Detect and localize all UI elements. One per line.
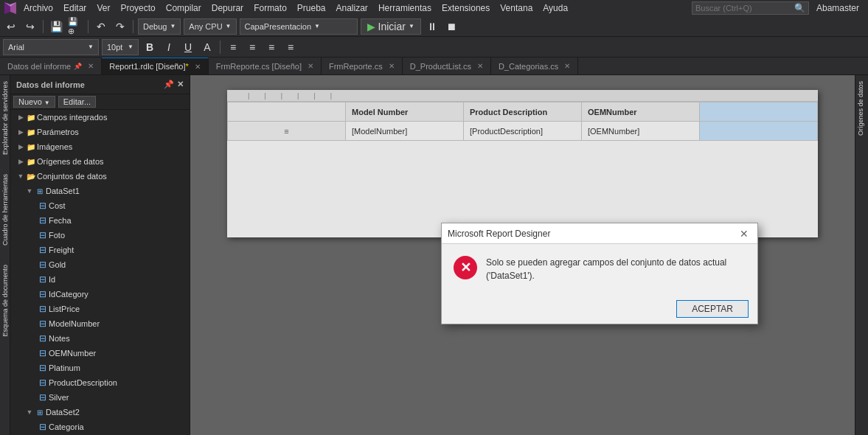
new-arrow: ▼	[44, 100, 50, 106]
menu-compilar[interactable]: Compilar	[162, 1, 206, 15]
tab-datos-informe[interactable]: Datos del informe 📌 ✕	[0, 58, 102, 74]
underline-btn[interactable]: U	[180, 39, 196, 55]
debug-dropdown[interactable]: Debug ▼	[138, 18, 181, 35]
tab-frmreporte-cs-close[interactable]: ✕	[389, 62, 395, 70]
tree-item-oemnumber[interactable]: ⊟ OEMNumber	[10, 346, 190, 361]
undo-btn[interactable]: ↶	[93, 18, 109, 35]
menu-proyecto[interactable]: Proyecto	[116, 1, 159, 15]
strikethrough-btn[interactable]: A	[199, 39, 215, 55]
menu-extensiones[interactable]: Extensiones	[437, 1, 494, 15]
tree-item-campos[interactable]: ▶ 📁 Campos integrados	[10, 110, 190, 125]
align-right-btn[interactable]: ≡	[263, 39, 280, 55]
back-btn[interactable]: ↩	[3, 18, 19, 35]
menu-ayuda[interactable]: Ayuda	[538, 1, 572, 15]
vertical-label-esquema[interactable]: Esquema de documento	[0, 259, 10, 343]
align-center-btn[interactable]: ≡	[244, 39, 260, 55]
close-sidebar-icon[interactable]: ✕	[177, 80, 184, 89]
menu-formato[interactable]: Formato	[249, 1, 291, 15]
tree-item-dataset1[interactable]: ▼ ⊞ DataSet1	[10, 184, 190, 198]
tab-productlist-close[interactable]: ✕	[477, 62, 483, 70]
tab-datos-pin[interactable]: 📌	[74, 63, 82, 70]
menu-archivo[interactable]: Archivo	[19, 1, 58, 15]
tab-categorias[interactable]: D_Categorias.cs ✕	[491, 58, 578, 74]
menu-ventana[interactable]: Ventana	[496, 1, 537, 15]
vertical-label-origenes[interactable]: Orígenes de datos	[855, 75, 868, 142]
tree-item-conjuntos[interactable]: ▼ 📂 Conjuntos de datos	[10, 169, 190, 184]
tab-frmreporte-cs-label: FrmReporte.cs	[329, 62, 383, 71]
menu-editar[interactable]: Editar	[59, 1, 91, 15]
tree-item-productdescription[interactable]: ⊟ ProductDescription	[10, 375, 190, 390]
expand-params[interactable]: ▶	[16, 128, 25, 136]
tree-item-cost[interactable]: ⊟ Cost	[10, 198, 190, 213]
tree-item-dataset2[interactable]: ▼ ⊞ DataSet2	[10, 405, 190, 420]
expand-conjuntos[interactable]: ▼	[16, 173, 25, 180]
vertical-label-cuadro[interactable]: Cuadro de herramientas	[0, 168, 10, 251]
tree-item-id[interactable]: ⊟ Id	[10, 272, 190, 287]
dialog-close-btn[interactable]: ✕	[737, 226, 751, 241]
tab-frmreporte-design[interactable]: FrmReporte.cs [Diseño] ✕	[209, 58, 322, 74]
bold-btn[interactable]: B	[142, 39, 158, 55]
tree-item-fecha[interactable]: ⊟ Fecha	[10, 213, 190, 228]
project-dropdown[interactable]: CapaPresentacion ▼	[240, 18, 358, 35]
tree-item-idcategory[interactable]: ⊟ IdCategory	[10, 287, 190, 302]
dialog-ok-btn[interactable]: ACEPTAR	[676, 300, 749, 318]
search-box[interactable]: 🔍	[692, 1, 809, 15]
stop-btn[interactable]: ⏹	[443, 18, 459, 35]
tree-item-categoria[interactable]: ⊟ Categoria	[10, 420, 190, 434]
tree-item-imagenes[interactable]: ▶ 📁 Imágenes	[10, 139, 190, 154]
save-all-btn[interactable]: 💾⊕	[67, 18, 83, 35]
expand-campos[interactable]: ▶	[16, 114, 25, 121]
pin-icon[interactable]: 📌	[164, 80, 174, 89]
tree-label-gold: Gold	[49, 260, 66, 269]
align-left-btn[interactable]: ≡	[225, 39, 241, 55]
expand-dataset1[interactable]: ▼	[25, 187, 34, 195]
expand-imagenes[interactable]: ▶	[16, 143, 25, 150]
tree-item-gold[interactable]: ⊟ Gold	[10, 257, 190, 272]
tree-item-platinum[interactable]: ⊟ Platinum	[10, 361, 190, 375]
tab-datos-close[interactable]: ✕	[88, 62, 94, 70]
dialog-titlebar: Microsoft Report Designer ✕	[442, 223, 757, 244]
tab-frmreporte-cs[interactable]: FrmReporte.cs ✕	[322, 58, 403, 74]
font-size-box[interactable]: 10pt ▼	[102, 39, 139, 55]
tab-productlist[interactable]: D_ProductList.cs ✕	[403, 58, 491, 74]
search-input[interactable]	[695, 4, 791, 13]
save-btn[interactable]: 💾	[48, 18, 64, 35]
new-btn[interactable]: Nuevo ▼	[13, 96, 55, 108]
dialog-title: Microsoft Report Designer	[448, 229, 550, 239]
tab-frmreporte-design-close[interactable]: ✕	[308, 62, 313, 70]
vertical-label-explorador[interactable]: Explorador de servidores	[0, 75, 10, 161]
tree-item-listprice[interactable]: ⊟ ListPrice	[10, 302, 190, 316]
tab-report1[interactable]: Report1.rdlc [Diseño]* ✕	[102, 58, 209, 74]
tab-report1-close[interactable]: ✕	[195, 63, 201, 71]
align-justify-btn[interactable]: ≡	[282, 39, 299, 55]
expand-origenes[interactable]: ▶	[16, 158, 25, 165]
tree-item-origenes[interactable]: ▶ 📁 Orígenes de datos	[10, 154, 190, 169]
tab-productlist-label: D_ProductList.cs	[410, 62, 471, 71]
cpu-dropdown[interactable]: Any CPU ▼	[184, 18, 236, 35]
dataset1-icon: ⊞	[34, 185, 46, 197]
menu-ver[interactable]: Ver	[92, 1, 114, 15]
tree-item-freight[interactable]: ⊟ Freight	[10, 243, 190, 257]
tree-item-params[interactable]: ▶ 📁 Parámetros	[10, 125, 190, 139]
field-icon-foto: ⊟	[37, 229, 49, 241]
redo-btn[interactable]: ↷	[112, 18, 128, 35]
expand-dataset2[interactable]: ▼	[25, 408, 34, 416]
forward-btn[interactable]: ↪	[22, 18, 38, 35]
tree-item-foto[interactable]: ⊟ Foto	[10, 228, 190, 243]
font-family-box[interactable]: Arial ▼	[3, 39, 99, 55]
tree-item-notes[interactable]: ⊟ Notes	[10, 331, 190, 346]
edit-btn[interactable]: Editar...	[58, 96, 96, 108]
tree-item-silver[interactable]: ⊟ Silver	[10, 390, 190, 405]
menu-prueba[interactable]: Prueba	[293, 1, 330, 15]
italic-btn[interactable]: I	[161, 39, 177, 55]
menu-bar: Archivo Editar Ver Proyecto Compilar Dep…	[0, 0, 868, 16]
font-size-arrow: ▼	[128, 44, 133, 50]
pause-btn[interactable]: ⏸	[424, 18, 440, 35]
tree-item-modelnumber[interactable]: ⊟ ModelNumber	[10, 316, 190, 331]
start-btn[interactable]: ▶ Iniciar ▼	[361, 18, 421, 35]
tab-categorias-close[interactable]: ✕	[564, 62, 570, 70]
menu-analizar[interactable]: Analizar	[332, 1, 372, 15]
menu-herramientas[interactable]: Herramientas	[374, 1, 436, 15]
tree-label-id: Id	[49, 275, 55, 284]
menu-depurar[interactable]: Depurar	[207, 1, 248, 15]
